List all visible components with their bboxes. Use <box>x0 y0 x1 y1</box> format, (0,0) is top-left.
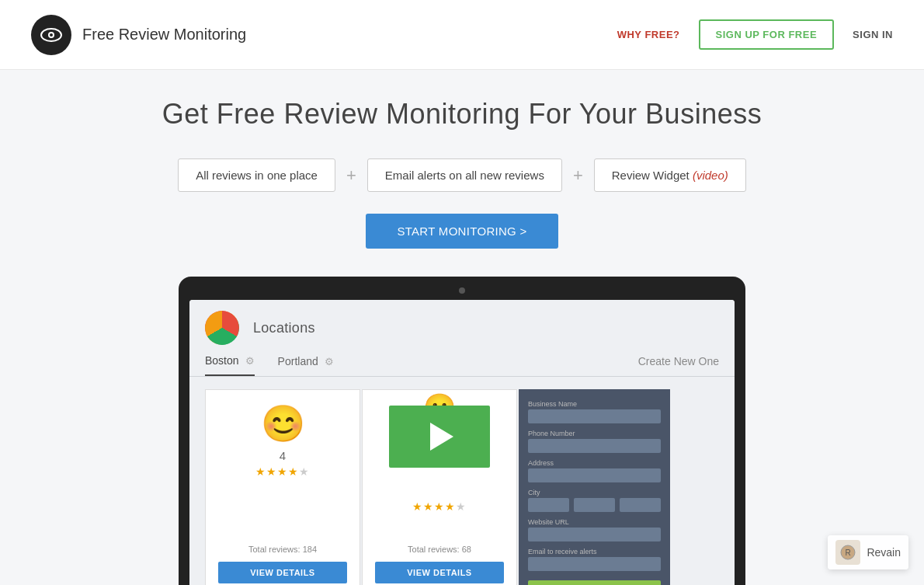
revain-icon: R <box>835 540 860 565</box>
laptop-screen: Locations Boston ⚙ Portland ⚙ Create New… <box>189 300 735 585</box>
feature-pills: All reviews in one place + Email alerts … <box>178 158 746 192</box>
laptop-mockup: Locations Boston ⚙ Portland ⚙ Create New… <box>179 277 745 585</box>
feature-pill-2: Email alerts on all new reviews <box>367 158 562 192</box>
cards-area: 😊 4 ★★★★★ Total reviews: 184 VIEW DETAIL… <box>189 377 735 585</box>
form-field-city-row: City <box>528 489 661 512</box>
screen-title: Locations <box>253 320 315 336</box>
signup-button[interactable]: SIGN UP FOR FREE <box>699 19 835 50</box>
laptop-outer: Locations Boston ⚙ Portland ⚙ Create New… <box>179 277 745 585</box>
screen-tabs: Boston ⚙ Portland ⚙ Create New One <box>189 345 735 377</box>
header: Free Review Monitoring WHY FREE? SIGN UP… <box>0 0 924 70</box>
play-icon <box>430 423 453 451</box>
revain-text: Revain <box>867 546 901 559</box>
video-thumbnail[interactable] <box>389 406 490 468</box>
main-content: Get Free Review Monitoring For Your Busi… <box>0 70 924 585</box>
tab-portland[interactable]: Portland ⚙ <box>278 354 334 376</box>
logo-area: Free Review Monitoring <box>31 15 246 55</box>
form-field-state[interactable] <box>574 498 615 512</box>
location-card-boston: 😊 4 ★★★★★ Total reviews: 184 VIEW DETAIL… <box>205 389 360 585</box>
nav-area: WHY FREE? SIGN UP FOR FREE SIGN IN <box>617 19 893 50</box>
create-location-button[interactable]: CREATE LOCATION <box>528 580 661 585</box>
form-field-website: Website URL <box>528 518 661 541</box>
form-field-business: Business Name <box>528 400 661 423</box>
location-card-portland: 😐 ★★★★★ Total reviews: 68 VIEW DETAILS <box>362 389 517 585</box>
hero-title: Get Free Review Monitoring For Your Busi… <box>162 98 762 131</box>
card-total-portland: Total reviews: 68 <box>408 545 471 554</box>
feature-pill-3: Review Widget (video) <box>594 158 746 192</box>
form-field-city[interactable] <box>528 498 569 512</box>
card-emoji-boston: 😊 <box>261 406 305 441</box>
form-field-zip[interactable] <box>620 498 661 512</box>
tab-create-new[interactable]: Create New One <box>638 354 719 376</box>
revain-badge: R Revain <box>828 535 908 569</box>
create-location-form: Business Name Phone Number Address <box>519 389 670 585</box>
plus-sign-2: + <box>562 165 594 186</box>
tab-boston[interactable]: Boston ⚙ <box>205 354 255 376</box>
locations-icon <box>205 311 239 345</box>
card-rating-boston: 4 <box>280 449 286 462</box>
card-stars-portland: ★★★★★ <box>412 500 467 513</box>
screen-header: Locations <box>189 300 735 345</box>
signin-link[interactable]: SIGN IN <box>853 29 893 40</box>
view-details-button-boston[interactable]: VIEW DETAILS <box>218 562 347 583</box>
form-field-email: Email to receive alerts <box>528 548 661 571</box>
logo-icon <box>31 15 71 55</box>
card-total-boston: Total reviews: 184 <box>248 545 317 554</box>
pill-video-label: (video) <box>693 169 728 182</box>
form-field-phone: Phone Number <box>528 430 661 453</box>
feature-pill-1: All reviews in one place <box>178 158 335 192</box>
start-monitoring-button[interactable]: START MONITORING > <box>366 214 558 249</box>
gear-icon-boston: ⚙ <box>245 355 255 367</box>
svg-text:R: R <box>846 548 851 557</box>
svg-point-2 <box>50 33 53 37</box>
gear-icon-portland: ⚙ <box>325 356 334 367</box>
plus-sign-1: + <box>335 165 367 186</box>
why-free-link[interactable]: WHY FREE? <box>617 29 680 40</box>
laptop-camera <box>459 287 465 294</box>
view-details-button-portland[interactable]: VIEW DETAILS <box>375 562 504 583</box>
form-field-address: Address <box>528 459 661 482</box>
logo-text: Free Review Monitoring <box>82 26 246 44</box>
card-stars-boston: ★★★★★ <box>255 465 310 478</box>
